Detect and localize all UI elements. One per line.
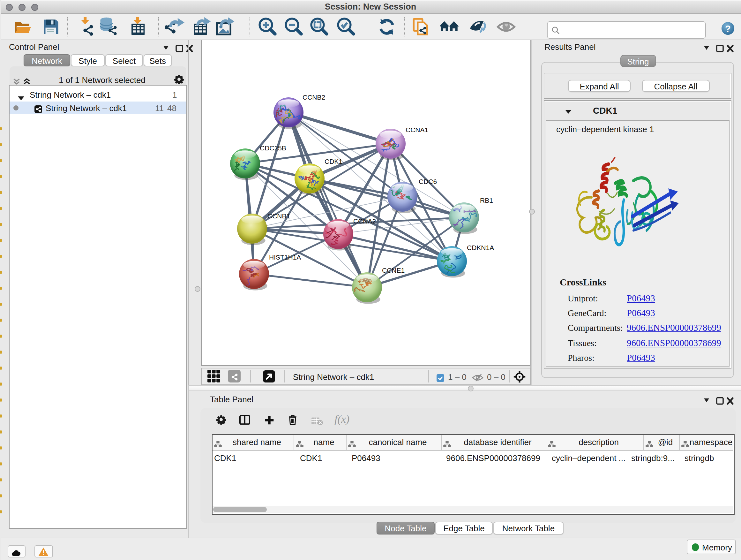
svg-text:CCNA2: CCNA2 [353, 217, 376, 225]
svg-text:CCNA1: CCNA1 [406, 126, 428, 133]
svg-text:CDC25B: CDC25B [260, 144, 286, 151]
svg-text:HIST1H1A: HIST1H1A [269, 253, 301, 260]
svg-text:CDK1: CDK1 [325, 158, 342, 165]
svg-text:CCNE1: CCNE1 [382, 266, 405, 273]
svg-text:CCNB2: CCNB2 [302, 93, 325, 101]
svg-text:CDC6: CDC6 [419, 178, 437, 185]
svg-text:RB1: RB1 [480, 196, 493, 204]
svg-text:CDKN1A: CDKN1A [467, 244, 494, 251]
svg-text:CCNB1: CCNB1 [267, 212, 290, 219]
svg-text:?: ? [725, 23, 731, 34]
